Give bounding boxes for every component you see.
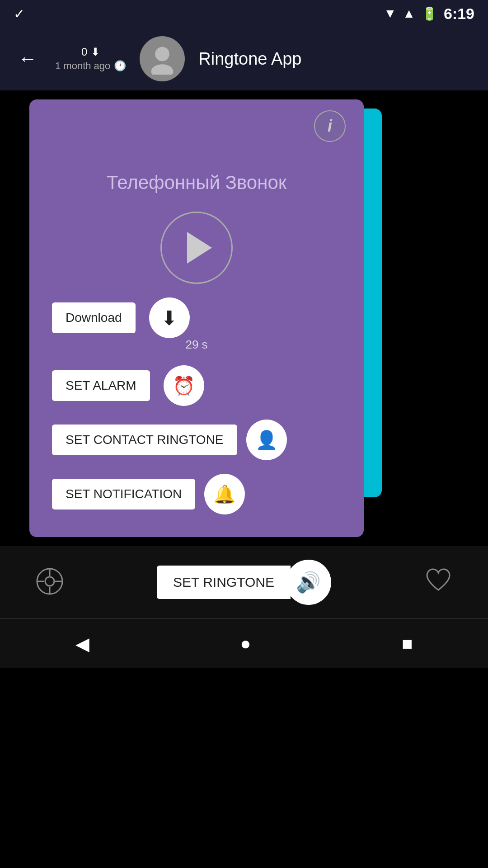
set-contact-ringtone-row: SET CONTACT RINGTONE 👤 [43,420,350,460]
play-button[interactable] [160,212,233,284]
nav-home-button[interactable]: ● [222,624,269,663]
signal-icon: ▲ [403,6,415,21]
download-count: 0 [81,46,87,58]
time-display: 6:19 [444,5,474,23]
avatar [140,36,185,81]
duration-text: 29 s [185,338,207,352]
speaker-button[interactable]: 🔊 [286,560,331,605]
speaker-icon: 🔊 [296,571,321,594]
play-triangle-icon [187,232,212,264]
set-contact-ringtone-button[interactable]: SET CONTACT RINGTONE [52,425,237,455]
notification-icon: 🔔 [213,484,236,505]
header-downloads: 0 ⬇ [81,46,100,58]
download-circle-button[interactable]: ⬇ [149,297,190,338]
svg-point-3 [45,577,54,586]
app-title: Ringtone App [198,49,474,69]
svg-point-1 [151,64,174,75]
set-notification-row: SET NOTIFICATION 🔔 [43,474,350,514]
header-time: 1 month ago 🕐 [55,60,126,72]
info-button[interactable]: i [314,110,346,142]
set-alarm-row: SET ALARM ⏰ [43,365,350,406]
set-alarm-button[interactable]: SET ALARM [52,370,150,401]
nav-recent-button[interactable]: ■ [384,624,431,663]
svg-point-0 [155,47,170,61]
ringtone-card: i Телефонный Звонок Download ⬇ 29 s SET … [29,99,364,537]
download-button[interactable]: Download [52,302,136,333]
heart-icon [425,567,452,592]
avatar-image [146,43,178,75]
set-ringtone-button[interactable]: SET RINGTONE [157,566,291,599]
main-content: i Телефонный Звонок Download ⬇ 29 s SET … [0,90,488,546]
favorite-button[interactable] [425,567,452,598]
set-ringtone-container: SET RINGTONE 🔊 [157,560,331,605]
wifi-icon: ▼ [384,6,397,21]
status-bar-right: ▼ ▲ 🔋 6:19 [384,5,475,23]
status-bar-left: ✓ [14,6,25,22]
download-row: Download ⬇ 29 s [43,297,350,338]
download-icon: ⬇ [91,46,100,58]
clock-icon: 🕐 [114,60,126,72]
status-bar: ✓ ▼ ▲ 🔋 6:19 [0,0,488,27]
download-circle-icon: ⬇ [161,307,178,330]
song-title: Телефонный Звонок [107,172,286,193]
contact-circle-button[interactable]: 👤 [246,420,287,460]
share-icon [36,568,63,595]
teal-strip [364,108,382,497]
set-notification-button[interactable]: SET NOTIFICATION [52,479,195,509]
header: ← 0 ⬇ 1 month ago 🕐 Ringtone App [0,27,488,90]
share-icon-wrapper [36,568,63,597]
alarm-circle-button[interactable]: ⏰ [164,365,204,406]
battery-icon: 🔋 [422,6,437,21]
time-ago-text: 1 month ago [55,60,110,72]
alarm-icon: ⏰ [173,375,195,396]
back-button[interactable]: ← [14,43,42,74]
nav-back-button[interactable]: ◀ [57,624,108,663]
notification-circle-button[interactable]: 🔔 [204,474,245,514]
contact-icon: 👤 [255,429,278,451]
check-icon: ✓ [14,6,25,22]
bottom-bar: SET RINGTONE 🔊 [0,546,488,618]
header-info: 0 ⬇ 1 month ago 🕐 [55,46,126,72]
navigation-bar: ◀ ● ■ [0,618,488,668]
